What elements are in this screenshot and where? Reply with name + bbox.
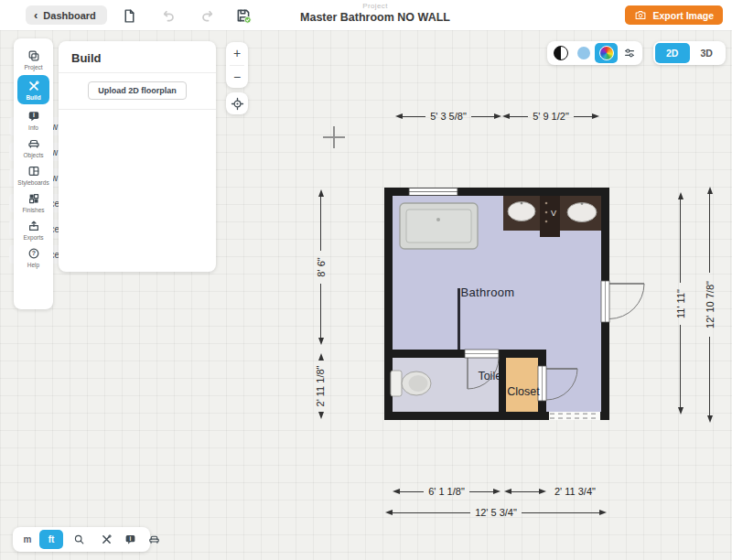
dashboard-back-label: Dashboard <box>43 10 95 21</box>
sidebar-item-label: Objects <box>23 152 43 158</box>
bathtub[interactable] <box>400 203 478 249</box>
sidebar-item-label: Help <box>27 262 39 268</box>
build-panel-title: Build <box>59 41 216 73</box>
dimension-bottom-right: 2' 11 3/4" <box>504 486 600 497</box>
sidebar-item-info[interactable]: i Info <box>16 106 51 134</box>
mode-switcher: 2D 3D <box>653 41 726 65</box>
dimension-bottom-left: 6' 1 1/8" <box>393 486 501 497</box>
sidebar-item-label: Project <box>24 64 42 70</box>
floorplan-drawing[interactable]: Toilet V <box>380 183 654 430</box>
dashboard-back-button[interactable]: ‹ Dashboard <box>26 5 107 25</box>
room-label-closet: Closet <box>507 385 540 398</box>
bottom-toolbar: m ft i <box>13 527 150 552</box>
sliders-icon <box>623 47 636 59</box>
color-view-button[interactable] <box>595 43 618 63</box>
zoom-controls: + − <box>226 42 248 88</box>
unit-meters-button[interactable]: m <box>16 530 39 549</box>
dimension-bottom-total: 12' 5 3/4" <box>385 507 607 518</box>
save-button[interactable] <box>234 6 253 25</box>
build-panel: Build Upload 2D floorplan <box>59 41 216 272</box>
export-image-button[interactable]: Export Image <box>625 5 723 25</box>
dimension-top-left: 5' 3 5/8" <box>395 111 501 122</box>
target-icon <box>231 97 244 111</box>
unit-feet-button[interactable]: ft <box>39 530 63 549</box>
sidebar-item-label: Build <box>26 94 40 101</box>
board-layout-icon <box>27 165 40 178</box>
sidebar-item-exports[interactable]: Exports <box>16 216 51 243</box>
stub-wall[interactable] <box>458 288 460 350</box>
sidebar-item-project[interactable]: Project <box>16 46 51 73</box>
top-bar: ‹ Dashboard Project Master Bathroom NO W… <box>0 0 732 30</box>
upload-2d-floorplan-button[interactable]: Upload 2D floorplan <box>88 81 187 100</box>
sidebar-item-label: Info <box>28 124 38 131</box>
sidebar-item-help[interactable]: ? Help <box>16 243 51 271</box>
crosshair-cursor <box>323 126 345 148</box>
info-bubble-icon: i <box>27 110 40 124</box>
wall-opening-dashed[interactable] <box>549 412 600 420</box>
view-settings-button[interactable] <box>618 43 640 63</box>
export-box-icon <box>27 220 40 233</box>
room-label-bathroom: Bathroom <box>461 285 515 299</box>
magnifier-button[interactable] <box>67 530 91 549</box>
toilet-fixture[interactable] <box>391 371 431 396</box>
floorplan-icon <box>27 49 40 63</box>
opacity-circle-icon <box>577 47 590 59</box>
save-icon <box>235 7 252 24</box>
svg-text:?: ? <box>31 250 35 256</box>
contrast-icon <box>554 46 568 60</box>
help-icon: ? <box>27 247 40 261</box>
export-image-label: Export Image <box>652 10 714 21</box>
project-title-block: Project Master Bathroom NO WALL <box>265 2 485 24</box>
sidebar-item-label: Styleboards <box>17 179 48 186</box>
redo-button[interactable] <box>198 6 216 25</box>
tools-icon <box>27 80 40 93</box>
sofa-icon <box>148 533 160 545</box>
vanity-marker: V <box>551 209 556 218</box>
opacity-view-button[interactable] <box>572 43 595 63</box>
sofa-icon <box>27 137 40 151</box>
sidebar-item-build[interactable]: Build <box>17 75 49 104</box>
closet-right-wall-upper[interactable] <box>538 350 546 366</box>
comment-bubble-icon: i <box>124 533 136 545</box>
svg-text:i: i <box>33 112 35 118</box>
closet-left-wall[interactable] <box>499 350 506 412</box>
magnifier-icon <box>73 533 85 545</box>
dimension-right-inner: 11' 11" <box>674 192 686 415</box>
new-file-button[interactable] <box>120 6 138 25</box>
dimension-top-right: 5' 9 1/2" <box>502 111 599 122</box>
mode-3d-button[interactable]: 3D <box>690 43 725 63</box>
tiles-icon <box>27 192 40 206</box>
center-view-button[interactable] <box>226 92 248 114</box>
sidebar-item-label: Finishes <box>22 207 44 213</box>
closet-right-wall-lower[interactable] <box>538 401 546 412</box>
tools-button[interactable] <box>94 530 118 549</box>
camera-icon <box>634 9 647 21</box>
upload-row: Upload 2D floorplan <box>59 73 216 110</box>
contrast-view-button[interactable] <box>549 43 572 63</box>
dimension-left-upper: 8' 6" <box>315 189 327 345</box>
tools-icon <box>101 533 113 545</box>
color-wheel-icon <box>599 46 614 60</box>
mode-2d-button[interactable]: 2D <box>655 43 690 63</box>
dimension-left-lower: 2' 11 1/8" <box>315 353 327 419</box>
redo-icon <box>199 8 215 24</box>
svg-text:i: i <box>129 535 131 542</box>
zoom-in-button[interactable]: + <box>226 42 248 65</box>
comments-button[interactable]: i <box>118 530 142 549</box>
chevron-left-icon: ‹ <box>34 9 38 21</box>
dimension-right-outer: 12' 10 7/8" <box>704 187 716 423</box>
left-sidebar: Project Build i Info Objects Styleboards… <box>14 38 53 309</box>
sidebar-item-objects[interactable]: Objects <box>16 134 51 161</box>
sidebar-item-label: Exports <box>23 234 43 241</box>
undo-button[interactable] <box>159 6 178 25</box>
view-toggle-group <box>547 41 642 65</box>
project-label: Project <box>265 2 485 10</box>
sidebar-item-finishes[interactable]: Finishes <box>16 188 51 216</box>
furniture-button[interactable] <box>142 530 166 549</box>
zoom-out-button[interactable]: − <box>226 66 248 89</box>
door-right-wall[interactable] <box>601 281 644 322</box>
window[interactable] <box>409 188 458 196</box>
page-title: Master Bathroom NO WALL <box>265 11 485 24</box>
sidebar-item-styleboards[interactable]: Styleboards <box>16 161 51 188</box>
undo-icon <box>161 8 177 24</box>
